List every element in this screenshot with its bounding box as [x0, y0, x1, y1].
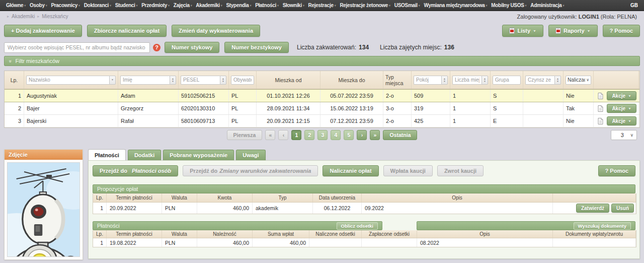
calculate-fees-button[interactable]: Naliczanie opłat	[323, 165, 378, 176]
menu-item-glowne[interactable]: Główne▾	[6, 3, 26, 8]
sort-imie-control[interactable]: ▲▼	[170, 76, 176, 85]
filter-obywatelstwo-input[interactable]	[231, 76, 254, 85]
cell-mieszka-od: 28.09.2021 11:34	[257, 102, 320, 114]
page-5-button[interactable]: 5	[344, 130, 354, 140]
cell-termin: 20.09.2022	[107, 203, 162, 214]
page-4-button[interactable]: 4	[331, 130, 341, 140]
table-row[interactable]: 2 Bajer Grzegorz 62020130310 PL 28.09.20…	[5, 102, 639, 115]
cell-grupa: E	[491, 115, 523, 127]
row-actions-button[interactable]: Akcje▼	[607, 91, 636, 100]
change-dates-button[interactable]: Zmień daty wykwaterowania	[172, 25, 260, 37]
menu-item-akademiki[interactable]: Akademiki▾	[196, 3, 222, 8]
photo-panel: Zdjęcie	[4, 149, 83, 260]
menu-item-rejestracje[interactable]: Rejestracje▾	[308, 3, 336, 8]
reports-button[interactable]: Raporty ▼	[548, 25, 598, 37]
page-1-button[interactable]: 1	[291, 130, 301, 140]
col-waluta: Waluta	[162, 230, 197, 238]
language-switch[interactable]: GB	[630, 3, 638, 8]
row-actions-button[interactable]: Akcje▼	[607, 116, 636, 125]
accommodations-count-value: 134	[359, 44, 369, 51]
page-next-button[interactable]: ›	[357, 130, 367, 140]
menu-item-administracja[interactable]: Administracja▾	[530, 3, 564, 8]
menu-item-mobilny-usos[interactable]: Mobilny USOS▾	[491, 3, 526, 8]
menu-item-studenci[interactable]: Studenci▾	[115, 3, 138, 8]
accommodations-count-label: Liczba zakwaterowań:	[297, 44, 356, 51]
cell-grupa: S	[491, 102, 523, 114]
page-last-button[interactable]: Ostatnia	[383, 130, 417, 140]
tab-uwagi[interactable]: Uwagi	[236, 150, 265, 160]
reports-label: Raporty	[564, 28, 585, 34]
filter-naliczac-select[interactable]: Naliczać kau∨	[566, 76, 591, 85]
page-next-all-button[interactable]: »	[370, 130, 380, 140]
menu-item-pracownicy[interactable]: Pracownicy▾	[51, 3, 79, 8]
page-first-button[interactable]: Pierwsza	[227, 130, 263, 140]
chevron-down-icon: ▾	[250, 4, 252, 7]
table-row[interactable]: 3 Bajerski Rafał 58010609713 PL 20.09.20…	[5, 115, 639, 127]
add-accommodation-button[interactable]: + Dodaj zakwaterowanie	[4, 25, 82, 37]
breadcrumb-mieszkancy[interactable]: Mieszkańcy	[42, 14, 68, 19]
contact-number-button[interactable]: Numer stykowy	[165, 42, 219, 53]
filter-nazwisko-input[interactable]	[26, 76, 109, 85]
contactless-number-button[interactable]: Numer bezstykowy	[224, 42, 289, 53]
filter-imie-input[interactable]	[120, 76, 170, 85]
deposit-return-button[interactable]: Zwrot kaucji	[437, 165, 484, 176]
menu-item-usosmail[interactable]: USOSmail▾	[394, 3, 420, 8]
menu-item-osoby[interactable]: Osoby▾	[30, 3, 47, 8]
person-search-input[interactable]	[4, 42, 150, 53]
filter-bar-label: Filtr mieszkańców	[16, 58, 59, 64]
document-icon[interactable]	[598, 105, 603, 112]
document-icon[interactable]	[598, 118, 603, 124]
cell-pesel: 62020130310	[179, 102, 229, 114]
sort-pokoj-control[interactable]: ▲▼	[441, 76, 448, 85]
page-prev-button[interactable]: ‹	[278, 130, 288, 140]
cell-imie: Grzegorz	[118, 102, 179, 114]
tab-pobrane-wyposazenie[interactable]: Pobrane wyposażenie	[163, 150, 234, 160]
cell-obywatelstwo: PL	[229, 102, 257, 114]
sort-liczba-miejsc-control[interactable]: ▲▼	[481, 76, 488, 85]
sort-nazwisko-control[interactable]: ▼	[109, 76, 116, 85]
bulk-fees-button[interactable]: Zbiorcze naliczanie opłat	[87, 25, 167, 37]
label-italic: Płatności osób	[132, 168, 171, 174]
page-size-select[interactable]: 3∨	[611, 130, 637, 140]
menu-item-zajecia[interactable]: Zajęcia▾	[174, 3, 192, 8]
approve-proposal-button[interactable]: Zatwierdź	[576, 204, 609, 213]
col-data-utworzenia: Data utworzenia	[313, 193, 362, 202]
goto-change-conditions-button[interactable]: Przejdź doZmiany warunków zakwaterowania	[183, 165, 318, 176]
filter-pokoj-input[interactable]	[414, 76, 441, 85]
filter-liczba-miejsc-input[interactable]	[452, 76, 481, 85]
help-icon[interactable]: ?	[153, 44, 160, 51]
col-lp: Lp.	[93, 230, 107, 238]
menu-item-przedmioty[interactable]: Przedmioty▾	[141, 3, 170, 8]
help-button[interactable]: ? Pomoc	[598, 165, 635, 176]
menu-item-rejestracje-zetonowe[interactable]: Rejestracje żetonowe▾	[340, 3, 390, 8]
menu-item-wymiana[interactable]: Wymiana międzynarodowa▾	[424, 3, 488, 8]
menu-item-stypendia[interactable]: Stypendia▾	[226, 3, 251, 8]
search-documents-button[interactable]: Wyszukaj dokumenty	[574, 222, 631, 230]
document-icon[interactable]	[598, 93, 603, 99]
menu-item-platnosci[interactable]: Płatności▾	[255, 3, 278, 8]
menu-item-slowniki[interactable]: Słowniki▾	[283, 3, 304, 8]
page-3-button[interactable]: 3	[317, 130, 328, 140]
residents-filter-toggle[interactable]: » Filtr mieszkańców	[4, 56, 640, 66]
help-button[interactable]: ? Pomoc	[603, 25, 640, 37]
breadcrumb-akademiki[interactable]: Akademiki	[12, 14, 35, 19]
lists-button[interactable]: Listy ▼	[502, 25, 543, 37]
goto-person-payments-button[interactable]: Przejdź doPłatności osób	[93, 165, 178, 176]
page-prev-all-button[interactable]: «	[265, 130, 275, 140]
tab-dodatki[interactable]: Dodatki	[128, 150, 161, 160]
sort-czynsz-control[interactable]: ▲▼	[554, 76, 561, 85]
filter-grupa-input[interactable]	[493, 76, 521, 85]
cell-pesel: 58010609713	[179, 115, 229, 127]
sort-pesel-control[interactable]: ▲▼	[220, 76, 226, 85]
filter-czynsz-input[interactable]	[525, 76, 554, 85]
page-2-button[interactable]: 2	[304, 130, 314, 140]
table-row[interactable]: 1 Augustyniak Adam 59102506215 PL 01.10.…	[5, 89, 639, 102]
delete-proposal-button[interactable]: Usuń	[611, 204, 634, 213]
menu-item-doktoranci[interactable]: Doktoranci▾	[84, 3, 111, 8]
row-actions-button[interactable]: Akcje▼	[607, 104, 636, 113]
cell-zaplacone-odsetki	[362, 238, 417, 247]
tab-platnosci[interactable]: Płatności	[88, 149, 126, 160]
calculate-interest-button[interactable]: Oblicz odsetki	[337, 222, 378, 230]
filter-pesel-input[interactable]	[181, 76, 220, 85]
deposit-payment-button[interactable]: Wpłata kaucji	[383, 165, 433, 176]
